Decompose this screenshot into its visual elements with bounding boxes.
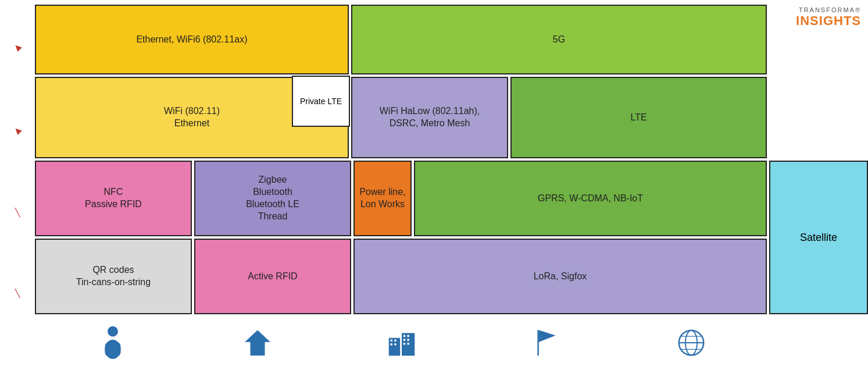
svg-rect-7 [395,339,397,341]
cell-nfc-passive-rfid: NFC Passive RFID [35,161,192,236]
axis-arrow-3: ╲ [15,208,20,216]
cell-active-rfid: Active RFID [194,239,351,314]
svg-rect-14 [403,343,405,345]
logo-insights: INSIGHTS [796,13,861,29]
row-1: Ethernet, WiFi6 (802.11ax) 5G [35,5,868,74]
globe-icon-item [677,325,706,360]
person-icon [98,325,127,360]
svg-rect-11 [408,335,409,336]
person-icon-item [98,325,127,360]
cell-powerline-lonworks: Power line, Lon Works [353,161,412,236]
cell-gprs-wcdma-nbiot: GPRS, W-CDMA, NB-IoT [414,161,767,236]
main-container: TRANSFORMA® INSIGHTS ▲ ▲ ╲ ╲ Ethernet, W… [0,0,868,380]
flag-icon-item [532,325,561,360]
svg-rect-10 [403,335,405,336]
globe-icon [677,325,706,360]
house-icon-item [243,325,272,360]
cell-private-lte: Private LTE [292,76,350,127]
svg-rect-12 [403,339,405,340]
axis-arrow-2: ▲ [10,123,24,137]
logo-area: TRANSFORMA® INSIGHTS [769,0,868,35]
row-3: NFC Passive RFID Zigbee Bluetooth Blueto… [35,161,767,236]
cell-ethernet-wifi6: Ethernet, WiFi6 (802.11ax) [35,5,349,74]
cell-satellite: Satellite [769,161,868,314]
left-axis: ▲ ▲ ╲ ╲ [0,0,35,380]
rows-3-4: NFC Passive RFID Zigbee Bluetooth Blueto… [35,161,767,314]
row2-inner: WiFi (802.11) Ethernet Private LTE [35,77,349,158]
flag-icon [532,325,561,360]
satellite-spacer-r2 [769,77,868,158]
svg-marker-17 [539,330,556,342]
house-icon [243,325,272,360]
row-2: WiFi (802.11) Ethernet Private LTE WiFi … [35,77,868,158]
svg-rect-9 [395,343,397,345]
axis-arrow-1: ▲ [10,40,24,55]
svg-rect-6 [391,339,392,341]
cell-lora-sigfox: LoRa, Sigfox [353,239,767,314]
buildings-icon-item [387,325,416,360]
svg-rect-13 [408,339,409,340]
svg-rect-2 [105,342,121,357]
bottom-icons-row [35,317,868,366]
svg-rect-8 [391,343,392,345]
svg-rect-15 [408,343,409,345]
buildings-icon [387,325,416,360]
cell-wifi-halow: WiFi HaLow (802.11ah), DSRC, Metro Mesh [351,77,508,158]
axis-arrow-4: ╲ [15,289,20,297]
cell-5g: 5G [351,5,767,74]
svg-marker-3 [245,330,270,356]
cell-zigbee-bluetooth: Zigbee Bluetooth Bluetooth LE Thread [194,161,351,236]
cell-lte: LTE [510,77,767,158]
svg-point-0 [108,326,118,336]
grid-area: Ethernet, WiFi6 (802.11ax) 5G WiFi (802.… [35,0,868,380]
row-4: QR codes Tin-cans-on-string Active RFID … [35,239,767,314]
bottom-icons [35,319,769,366]
logo-transforma: TRANSFORMA® [799,6,861,13]
svg-rect-16 [537,330,539,356]
cell-qr-codes: QR codes Tin-cans-on-string [35,239,192,314]
rows-3-4-container: NFC Passive RFID Zigbee Bluetooth Blueto… [35,161,868,314]
